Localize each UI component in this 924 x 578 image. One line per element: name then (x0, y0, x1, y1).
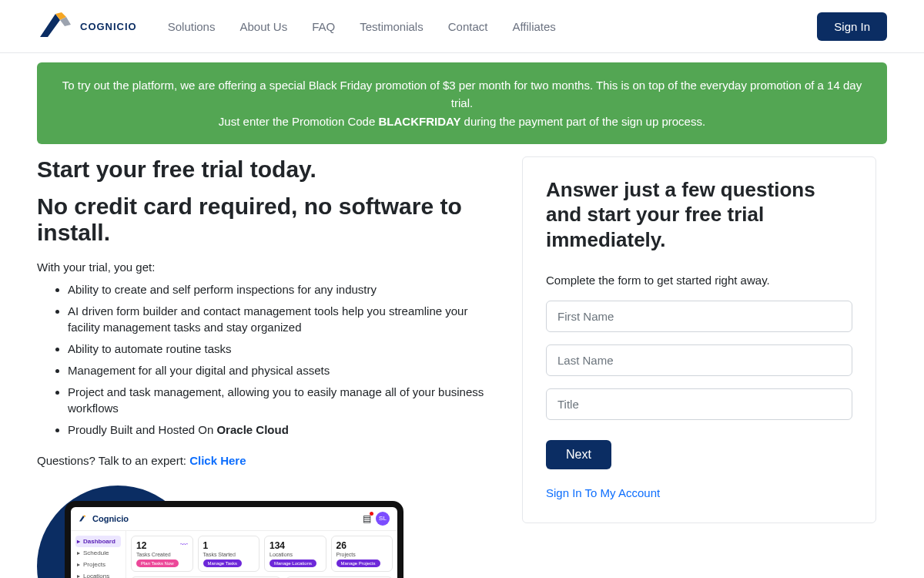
questions-line: Questions? Talk to an expert: Click Here (37, 454, 491, 467)
first-name-field[interactable] (546, 301, 852, 332)
nav-about-us[interactable]: About Us (239, 20, 287, 33)
header: COGNICIO Solutions About Us FAQ Testimon… (0, 0, 924, 53)
benefits-list: Ability to create and self perform inspe… (37, 281, 491, 439)
nav-solutions[interactable]: Solutions (168, 20, 216, 33)
benefits-intro: With your trial, you get: (37, 260, 491, 274)
benefit-item: Ability to create and self perform inspe… (68, 281, 491, 298)
signin-to-account-link[interactable]: Sign In To My Account (546, 486, 852, 499)
preview-notification-icon: ▤ (363, 513, 371, 524)
preview-brand: Cognicio (92, 514, 129, 523)
benefit-item: Ability to automate routine tasks (68, 341, 491, 358)
promo-line-1: To try out the platform, we are offering… (59, 76, 865, 113)
promo-line-2-pre: Just enter the Promotion Code (219, 115, 379, 128)
preview-stat-card: 1 Tasks Started Manage Tasks (198, 536, 260, 572)
preview-side-item: ▸Dashboard (75, 536, 121, 547)
talk-to-expert-link[interactable]: Click Here (189, 454, 246, 467)
promo-line-2-post: during the payment part of the sign up p… (460, 115, 705, 128)
title-field[interactable] (546, 388, 852, 420)
signin-button[interactable]: Sign In (817, 12, 887, 41)
next-button[interactable]: Next (546, 440, 611, 469)
left-column: Start your free trial today. No credit c… (37, 156, 491, 578)
preview-side-item: ▸Projects (75, 559, 121, 570)
last-name-field[interactable] (546, 344, 852, 376)
nav-contact[interactable]: Contact (448, 20, 488, 33)
preview-topbar: Cognicio ▤ SL (71, 507, 397, 531)
preview-side-item: ▸Locations (75, 570, 121, 578)
brand-logo[interactable]: COGNICIO (37, 9, 137, 43)
preview-dash: 12 〰︎ Tasks Created Plan Tasks Now 1 Tas… (126, 531, 397, 578)
promo-line-2: Just enter the Promotion Code BLACKFRIDA… (59, 113, 865, 130)
sparkline-icon: 〰︎ (180, 540, 188, 549)
brand-name: COGNICIO (80, 21, 137, 32)
nav-testimonials[interactable]: Testimonials (360, 20, 424, 33)
preview-side-item: ▸Schedule (75, 547, 121, 559)
headline-1: Start your free trial today. (37, 156, 491, 183)
main-content: Start your free trial today. No credit c… (0, 156, 924, 578)
preview-frame: Cognicio ▤ SL ▸Dashboard ▸Schedule ▸Proj… (65, 501, 403, 578)
right-column: Answer just a few questions and start yo… (522, 156, 876, 524)
benefit-item: Proudly Built and Hosted On Oracle Cloud (68, 422, 491, 439)
signup-card: Answer just a few questions and start yo… (522, 156, 876, 524)
main-nav: Solutions About Us FAQ Testimonials Cont… (168, 20, 818, 33)
benefit-item: AI driven form builder and contact manag… (68, 303, 491, 337)
benefit-last-pre: Proudly Built and Hosted On (68, 423, 216, 436)
preview-stat-card: 12 〰︎ Tasks Created Plan Tasks Now (131, 536, 193, 572)
benefit-last-bold: Oracle Cloud (216, 423, 288, 436)
preview-stat-card: 134 Locations Manage Locations (264, 536, 326, 572)
dashboard-preview: Cognicio ▤ SL ▸Dashboard ▸Schedule ▸Proj… (37, 486, 491, 578)
brand-logo-icon (37, 9, 74, 43)
nav-faq[interactable]: FAQ (312, 20, 335, 33)
promo-code: BLACKFRIDAY (378, 115, 460, 128)
preview-logo-icon (79, 514, 88, 523)
headline-2: No credit card required, no software to … (37, 193, 491, 247)
preview-stat-card: 26 Projects Manage Projects (331, 536, 393, 572)
form-subtext: Complete the form to get started right a… (546, 274, 852, 287)
preview-sidebar: ▸Dashboard ▸Schedule ▸Projects ▸Location… (71, 531, 126, 578)
promo-banner: To try out the platform, we are offering… (37, 62, 887, 144)
questions-pre: Questions? Talk to an expert: (37, 454, 189, 467)
benefit-item: Project and task management, allowing yo… (68, 384, 491, 418)
form-heading: Answer just a few questions and start yo… (546, 177, 852, 253)
preview-avatar: SL (376, 512, 390, 526)
benefit-item: Management for all your digital and phys… (68, 362, 491, 379)
nav-affiliates[interactable]: Affiliates (512, 20, 555, 33)
